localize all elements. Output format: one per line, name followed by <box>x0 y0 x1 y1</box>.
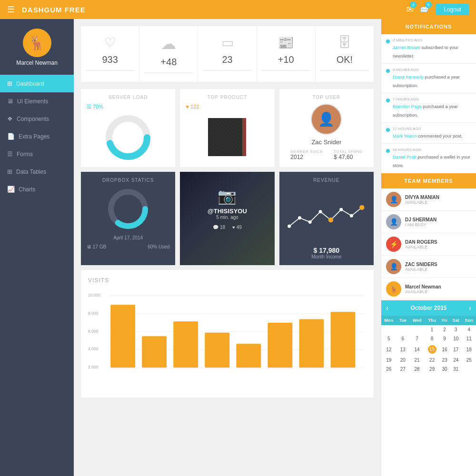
svg-rect-24 <box>173 321 198 367</box>
top-user-name: Zac Snider <box>285 139 368 146</box>
mail-icon-wrap[interactable]: ✉ 4 <box>407 4 414 15</box>
main-content: ♡ 933 ☁ +48 ▭ 23 📰 +10 🗄 OK! <box>74 19 381 476</box>
stat-divider-5 <box>320 70 369 71</box>
cal-cell[interactable]: 17 <box>450 343 462 356</box>
svg-text:6.000: 6.000 <box>88 329 99 334</box>
cal-cell[interactable]: 24 <box>450 356 462 365</box>
sidebar-item-dashboard[interactable]: ⊞ Dashboard <box>0 75 74 92</box>
cal-cell[interactable]: 27 <box>397 365 409 374</box>
server-load-title: SERVER LOAD <box>87 95 169 100</box>
cal-cell[interactable]: 4 <box>462 325 476 334</box>
tables-icon: ⊞ <box>7 168 12 175</box>
envelope-icon-wrap[interactable]: 📨 5 <box>418 4 429 15</box>
menu-icon[interactable]: ☰ <box>7 4 15 15</box>
calendar-next[interactable]: › <box>469 304 471 312</box>
stat-divider-3 <box>203 70 251 71</box>
insta-stats: 💬 18 ♥ 49 <box>186 225 268 230</box>
svg-rect-22 <box>110 305 135 367</box>
cal-day-mon: Mon <box>381 316 397 325</box>
svg-point-6 <box>308 220 311 224</box>
sidebar-item-label: Charts <box>19 186 35 193</box>
calendar: ‹ October 2015 › Mon Tue Wed Thu Fri Sat… <box>381 300 476 374</box>
sidebar-item-forms[interactable]: ☰ Forms <box>0 145 74 163</box>
cal-cell[interactable]: 22 <box>425 356 439 365</box>
stat-card-cloud: ☁ +48 <box>139 26 198 82</box>
cal-cell[interactable]: 5 <box>381 334 397 343</box>
server-load-pct: ☰ 70% <box>87 104 169 110</box>
dashboard-icon: ⊞ <box>7 80 12 87</box>
product-likes: ♥ 122 <box>186 104 268 109</box>
notif-item-4: 18 HOURS AGO Daniel Pratt purchased a wa… <box>381 144 476 173</box>
cal-cell[interactable]: 20 <box>397 356 409 365</box>
logout-button[interactable]: Logout <box>436 4 469 15</box>
cal-cell[interactable]: 12 <box>381 343 397 356</box>
cal-day-sun: Sun <box>462 316 476 325</box>
notif-dot <box>386 149 390 153</box>
news-icon: 📰 <box>262 35 310 50</box>
dropbox-used: 60% Used <box>148 244 169 249</box>
cal-cell[interactable]: 15 <box>425 343 439 356</box>
notif-item-0: 2 MINUTES AGO James Brown subscribed to … <box>381 34 476 64</box>
cal-cell[interactable]: 8 <box>425 334 439 343</box>
team-avatar-1: 👤 <box>386 214 401 229</box>
dropbox-donut <box>87 185 169 233</box>
top-user-avatar: 👤 <box>311 104 342 135</box>
team-info-4: Marcel Newman AVAILABLE <box>405 284 441 294</box>
sidebar-item-ui-elements[interactable]: 🖥 UI Elements <box>0 92 74 110</box>
cal-cell[interactable] <box>381 325 397 334</box>
stat-value-db: OK! <box>320 54 369 65</box>
cal-cell[interactable]: 10 <box>450 334 462 343</box>
cal-cell[interactable]: 6 <box>397 334 409 343</box>
cal-week-2: 12 13 14 15 16 17 18 <box>381 343 476 356</box>
cal-cell[interactable]: 26 <box>381 365 397 374</box>
calendar-body: 1 2 3 4 5 6 7 8 9 10 11 <box>381 325 476 374</box>
cal-cell[interactable]: 2 <box>439 325 450 334</box>
team-member-2: ⚡ DAN ROGERS AVAILABLE <box>381 233 476 256</box>
team-info-0: DIVYA MANIAN AVAILABLE <box>405 195 439 205</box>
notif-item-2: 7 HOURS AGO Brandon Page purchased a yea… <box>381 93 476 123</box>
top-product-card: TOP PRODUCT ♥ 122 <box>180 89 274 167</box>
cal-cell[interactable]: 11 <box>462 334 476 343</box>
cal-cell[interactable]: 21 <box>409 356 425 365</box>
cal-cell[interactable]: 3 <box>450 325 462 334</box>
cal-cell[interactable]: 28 <box>409 365 425 374</box>
sidebar-item-label: Data Tables <box>16 169 46 175</box>
cal-cell[interactable]: 14 <box>409 343 425 356</box>
topnav: ☰ DASHGUM FREE ✉ 4 📨 5 Logout <box>0 0 476 19</box>
cal-cell[interactable]: 25 <box>462 356 476 365</box>
sidebar-username: Marcel Newman <box>16 60 58 66</box>
cal-cell[interactable]: 9 <box>439 334 450 343</box>
cal-cell[interactable] <box>462 365 476 374</box>
svg-point-11 <box>359 205 364 210</box>
cal-week-4: 26 27 28 29 30 31 <box>381 365 476 374</box>
server-load-donut <box>87 114 169 161</box>
sidebar-item-extra-pages[interactable]: 📄 Extra Pages <box>0 128 74 145</box>
cal-cell[interactable]: 31 <box>450 365 462 374</box>
insta-comments: 💬 18 <box>213 225 225 230</box>
cal-cell[interactable]: 1 <box>425 325 439 334</box>
stat-divider-2 <box>144 72 193 73</box>
sidebar-item-charts[interactable]: 📈 Charts <box>0 180 74 198</box>
calendar-prev[interactable]: ‹ <box>386 304 388 312</box>
svg-rect-27 <box>268 323 292 367</box>
cal-cell[interactable]: 29 <box>425 365 439 374</box>
instagram-card: 📷 @THISISYOU 5 min. ago 💬 18 ♥ 49 <box>180 172 274 265</box>
cal-cell[interactable]: 19 <box>381 356 397 365</box>
cal-cell[interactable]: 7 <box>409 334 425 343</box>
instagram-icon: 📷 <box>186 187 268 205</box>
cal-cell[interactable]: 13 <box>397 343 409 356</box>
notif-item-3: 11 HOURS AGO Mark Yearin commented your … <box>381 123 476 144</box>
cal-cell[interactable]: 18 <box>462 343 476 356</box>
db-icon: 🗄 <box>320 35 369 50</box>
sidebar-item-data-tables[interactable]: ⊞ Data Tables <box>0 163 74 180</box>
sidebar-item-components[interactable]: ❖ Components <box>0 110 74 128</box>
cal-cell[interactable] <box>409 325 425 334</box>
cal-cell[interactable]: 23 <box>439 356 450 365</box>
cal-cell[interactable]: 16 <box>439 343 450 356</box>
revenue-card: REVENUE $ 17,980 Month Income <box>279 172 374 265</box>
svg-rect-23 <box>142 336 167 367</box>
cal-day-tue: Tue <box>397 316 409 325</box>
cal-cell[interactable] <box>397 325 409 334</box>
visits-title: VISITS <box>88 277 367 284</box>
cal-cell[interactable]: 30 <box>439 365 450 374</box>
